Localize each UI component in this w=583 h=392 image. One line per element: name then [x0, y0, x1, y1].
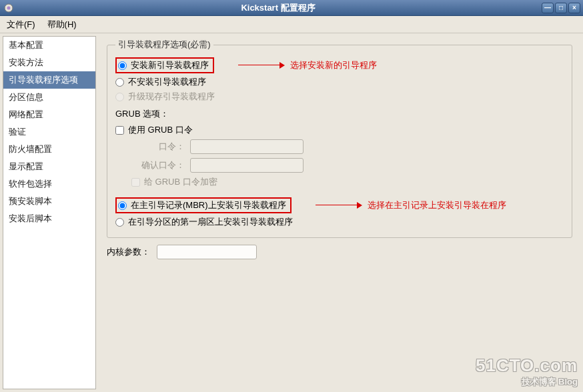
- watermark-big: 51CTO.com: [476, 355, 578, 376]
- watermark: 51CTO.com 技术博客 Blog: [476, 355, 578, 388]
- row-kernel-params: 内核参数：: [107, 245, 572, 259]
- sidebar-item-10[interactable]: 安装后脚本: [3, 210, 95, 227]
- bootloader-options-group: 引导装载程序选项(必需) 安装新引导装载程序 选择安装新的引导程序 不安装引导装…: [107, 39, 572, 238]
- window-title: Kickstart 配置程序: [15, 2, 542, 14]
- menubar: 文件(F) 帮助(H): [0, 16, 583, 33]
- sidebar-item-4[interactable]: 网络配置: [3, 106, 95, 123]
- sidebar-item-0[interactable]: 基本配置: [3, 37, 95, 54]
- checkbox-encrypt[interactable]: [131, 178, 140, 187]
- annotation-1-text: 选择安装新的引导程序: [290, 59, 377, 71]
- watermark-small: 技术博客 Blog: [476, 376, 578, 388]
- sidebar: 基本配置安装方法引导装载程序选项分区信息网络配置验证防火墙配置显示配置软件包选择…: [3, 36, 96, 389]
- password-input[interactable]: [190, 139, 304, 154]
- row-confirm-password: 确认口令：: [131, 156, 564, 175]
- row-encrypt: 给 GRUB 口令加密: [131, 175, 564, 189]
- window-minimize-button[interactable]: —: [542, 3, 554, 13]
- radio-install-new[interactable]: [118, 61, 127, 70]
- kernel-params-input[interactable]: [157, 245, 257, 259]
- row-install-new: 安装新引导装载程序 选择安装新的引导程序: [115, 56, 564, 75]
- window-titlebar: Kickstart 配置程序 — □ ×: [0, 0, 583, 16]
- content-pane: 引导装载程序选项(必需) 安装新引导装载程序 选择安装新的引导程序 不安装引导装…: [96, 33, 583, 392]
- row-use-grub-password: 使用 GRUB 口令: [115, 123, 564, 137]
- row-first-sector: 在引导分区的第一扇区上安装引导装载程序: [115, 215, 564, 229]
- row-password: 口令：: [131, 137, 564, 156]
- sidebar-item-6[interactable]: 防火墙配置: [3, 141, 95, 158]
- kernel-params-label: 内核参数：: [107, 246, 150, 258]
- arrow-icon: [316, 202, 362, 209]
- svg-point-1: [7, 6, 11, 9]
- main-area: 基本配置安装方法引导装载程序选项分区信息网络配置验证防火墙配置显示配置软件包选择…: [0, 33, 583, 392]
- radio-mbr[interactable]: [118, 201, 127, 210]
- radio-install-new-label: 安装新引导装载程序: [131, 59, 209, 71]
- annotation-2-text: 选择在主引记录上安装引导装在程序: [368, 199, 506, 211]
- radio-mbr-label: 在主引导记录(MBR)上安装引导装载程序: [131, 199, 286, 211]
- sidebar-item-7[interactable]: 显示配置: [3, 158, 95, 175]
- sidebar-item-8[interactable]: 软件包选择: [3, 175, 95, 193]
- menu-file[interactable]: 文件(F): [4, 17, 38, 32]
- annotation-1: 选择安装新的引导程序: [238, 59, 377, 71]
- row-no-install: 不安装引导装载程序: [115, 75, 564, 89]
- sidebar-item-5[interactable]: 验证: [3, 123, 95, 141]
- checkbox-use-grub-password[interactable]: [115, 126, 124, 135]
- arrow-icon: [238, 62, 285, 69]
- row-upgrade: 升级现存引导装载程序: [115, 89, 564, 104]
- sidebar-item-1[interactable]: 安装方法: [3, 54, 95, 71]
- checkbox-encrypt-label: 给 GRUB 口令加密: [144, 176, 217, 188]
- highlight-mbr: 在主引导记录(MBR)上安装引导装载程序: [115, 197, 292, 213]
- row-mbr: 在主引导记录(MBR)上安装引导装载程序 选择在主引记录上安装引导装在程序: [115, 196, 564, 215]
- sidebar-item-3[interactable]: 分区信息: [3, 89, 95, 106]
- window-close-button[interactable]: ×: [568, 3, 580, 13]
- highlight-install-new: 安装新引导装载程序: [115, 57, 214, 73]
- radio-upgrade[interactable]: [115, 93, 124, 101]
- window-maximize-button[interactable]: □: [555, 3, 567, 13]
- password-label: 口令：: [131, 141, 185, 153]
- radio-no-install-label: 不安装引导装载程序: [128, 76, 206, 88]
- app-icon: [3, 2, 15, 14]
- menu-help[interactable]: 帮助(H): [45, 17, 79, 32]
- radio-first-sector[interactable]: [115, 218, 124, 227]
- sidebar-item-2[interactable]: 引导装载程序选项: [3, 71, 95, 89]
- radio-first-sector-label: 在引导分区的第一扇区上安装引导装载程序: [128, 216, 293, 228]
- radio-upgrade-label: 升级现存引导装载程序: [128, 91, 215, 103]
- group-legend: 引导装载程序选项(必需): [115, 39, 213, 51]
- radio-no-install[interactable]: [115, 78, 124, 87]
- sidebar-item-9[interactable]: 预安装脚本: [3, 193, 95, 210]
- confirm-password-label: 确认口令：: [131, 159, 185, 171]
- checkbox-use-grub-password-label: 使用 GRUB 口令: [128, 124, 193, 136]
- confirm-password-input[interactable]: [190, 158, 304, 173]
- annotation-2: 选择在主引记录上安装引导装在程序: [316, 199, 506, 211]
- grub-heading: GRUB 选项：: [115, 108, 564, 120]
